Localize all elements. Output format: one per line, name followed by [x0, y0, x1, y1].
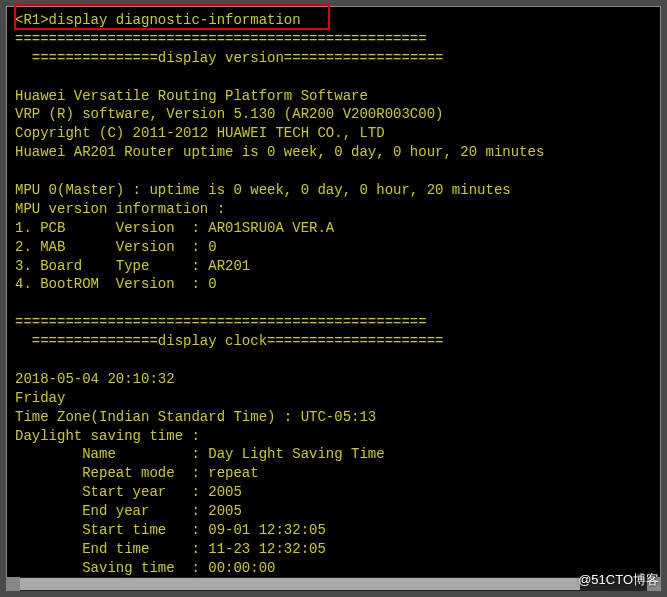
timezone: Time Zone(Indian Standard Time) : UTC-05… [15, 409, 376, 425]
horizontal-scrollbar[interactable] [6, 577, 661, 591]
dst-header: Daylight saving time : [15, 428, 200, 444]
vrp-version: VRP (R) software, Version 5.130 (AR200 V… [15, 106, 443, 122]
clock-day: Friday [15, 390, 65, 406]
separator: ========================================… [15, 31, 427, 47]
watermark: @51CTO博客 [578, 571, 659, 589]
copyright: Copyright (C) 2011-2012 HUAWEI TECH CO.,… [15, 125, 385, 141]
dst-end-year: End year : 2005 [15, 503, 242, 519]
section-suffix: ===================== [267, 333, 443, 349]
section-prefix: =============== [15, 333, 158, 349]
scrollbar-thumb[interactable] [20, 578, 580, 590]
dst-repeat: Repeat mode : repeat [15, 465, 259, 481]
section-prefix: =============== [15, 50, 158, 66]
router-uptime: Huawei AR201 Router uptime is 0 week, 0 … [15, 144, 544, 160]
section-suffix: =================== [284, 50, 444, 66]
pcb-version: 1. PCB Version : AR01SRU0A VER.A [15, 220, 334, 236]
clock-datetime: 2018-05-04 20:10:32 [15, 371, 175, 387]
separator: ========================================… [15, 314, 427, 330]
terminal-output: <R1>display diagnostic-information =====… [6, 6, 661, 586]
dst-saving-time: Saving time : 00:00:00 [15, 560, 275, 576]
mpu-uptime: MPU 0(Master) : uptime is 0 week, 0 day,… [15, 182, 511, 198]
scroll-left-button[interactable] [6, 577, 20, 591]
dst-start-time: Start time : 09-01 12:32:05 [15, 522, 326, 538]
prompt-line: <R1>display diagnostic-information [15, 12, 301, 28]
board-type: 3. Board Type : AR201 [15, 258, 250, 274]
section-header-version: display version [158, 50, 284, 66]
dst-end-time: End time : 11-23 12:32:05 [15, 541, 326, 557]
software-name: Huawei Versatile Routing Platform Softwa… [15, 88, 368, 104]
section-header-clock: display clock [158, 333, 267, 349]
mpu-header: MPU version information : [15, 201, 225, 217]
bootrom-version: 4. BootROM Version : 0 [15, 276, 217, 292]
mab-version: 2. MAB Version : 0 [15, 239, 217, 255]
dst-name: Name : Day Light Saving Time [15, 446, 385, 462]
dst-start-year: Start year : 2005 [15, 484, 242, 500]
